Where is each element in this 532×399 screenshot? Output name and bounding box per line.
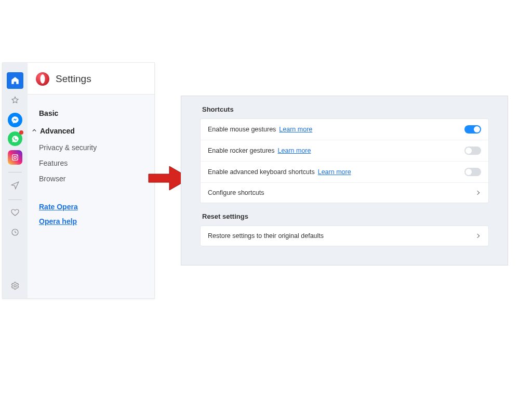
toggle-mouse-gestures[interactable] — [464, 125, 481, 134]
row-rocker-gestures: Enable rocker gestures Learn more — [201, 140, 488, 162]
learn-more-link[interactable]: Learn more — [279, 126, 312, 133]
row-keyboard-shortcuts: Enable advanced keyboard shortcuts Learn… — [201, 162, 488, 183]
toggle-keyboard-shortcuts[interactable] — [464, 168, 481, 176]
row-label: Enable advanced keyboard shortcuts — [208, 168, 315, 176]
toggle-rocker-gestures[interactable] — [464, 147, 481, 155]
heart-icon[interactable] — [7, 204, 23, 221]
rail-divider — [8, 172, 22, 172]
nav-advanced-label: Advanced — [40, 127, 75, 135]
learn-more-link[interactable]: Learn more — [278, 147, 311, 154]
chevron-right-icon — [475, 234, 480, 238]
settings-gear-icon[interactable] — [7, 277, 23, 294]
svg-point-2 — [17, 155, 17, 156]
row-configure-shortcuts[interactable]: Configure shortcuts — [201, 183, 488, 203]
row-label: Enable mouse gestures — [208, 126, 276, 133]
settings-nav-panel: Settings Basic Advanced Privacy & securi… — [28, 63, 154, 298]
opera-help-link[interactable]: Opera help — [39, 217, 154, 225]
row-mouse-gestures: Enable mouse gestures Learn more — [201, 119, 488, 140]
row-label: Enable rocker gestures — [208, 147, 275, 154]
nav-features[interactable]: Features — [39, 159, 154, 167]
instagram-icon[interactable] — [8, 150, 22, 165]
svg-point-4 — [14, 285, 17, 287]
learn-more-link[interactable]: Learn more — [318, 168, 351, 176]
send-icon[interactable] — [7, 177, 23, 193]
opera-logo-icon — [36, 72, 49, 86]
messenger-icon[interactable] — [8, 113, 22, 127]
shortcuts-card: Enable mouse gestures Learn more Enable … — [200, 118, 489, 203]
sidebar-rail — [3, 63, 28, 298]
rate-opera-link[interactable]: Rate Opera — [39, 203, 154, 211]
section-reset-title: Reset settings — [202, 212, 498, 220]
reset-card: Restore settings to their original defau… — [200, 225, 489, 246]
row-restore-defaults[interactable]: Restore settings to their original defau… — [201, 226, 488, 246]
bookmarks-icon[interactable] — [7, 92, 23, 109]
rail-divider — [8, 200, 22, 200]
settings-window: Settings Basic Advanced Privacy & securi… — [2, 62, 155, 299]
row-label: Restore settings to their original defau… — [208, 232, 324, 240]
chevron-up-icon — [32, 128, 37, 134]
svg-point-1 — [14, 156, 17, 159]
nav-links: Rate Opera Opera help — [39, 203, 154, 225]
page-title: Settings — [56, 73, 91, 85]
row-label: Configure shortcuts — [208, 189, 264, 196]
whatsapp-icon[interactable] — [8, 131, 22, 146]
settings-nav: Basic Advanced Privacy & security Featur… — [28, 95, 154, 225]
history-icon[interactable] — [7, 224, 23, 241]
chevron-right-icon — [475, 191, 480, 195]
settings-header: Settings — [28, 63, 154, 95]
nav-browser[interactable]: Browser — [39, 175, 154, 183]
nav-advanced[interactable]: Advanced — [32, 127, 154, 135]
speed-dial-icon[interactable] — [7, 72, 23, 89]
section-shortcuts-title: Shortcuts — [202, 105, 498, 113]
nav-basic[interactable]: Basic — [39, 109, 154, 117]
shortcuts-settings-panel: Shortcuts Enable mouse gestures Learn mo… — [181, 96, 508, 265]
nav-privacy[interactable]: Privacy & security — [39, 143, 154, 152]
